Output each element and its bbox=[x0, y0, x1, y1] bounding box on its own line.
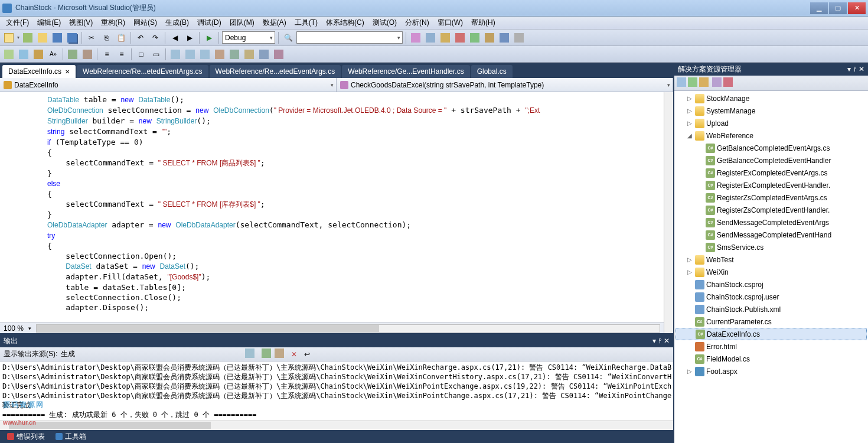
menu-item-3[interactable]: 重构(R) bbox=[97, 17, 129, 29]
save-all-button[interactable] bbox=[66, 31, 79, 44]
find-combo[interactable] bbox=[296, 31, 403, 44]
t2-10[interactable]: ▭ bbox=[149, 48, 162, 61]
t2-18[interactable] bbox=[272, 48, 285, 61]
tree-item-9[interactable]: RegisterZsCompletedEventHandler. bbox=[676, 204, 867, 216]
tree-item-12[interactable]: SmsService.cs bbox=[676, 241, 867, 253]
sol-tb3[interactable] bbox=[699, 77, 709, 89]
tree-item-2[interactable]: ▷Upload bbox=[676, 117, 867, 129]
out-tb1[interactable] bbox=[245, 348, 254, 360]
t2-15[interactable] bbox=[228, 48, 241, 61]
out-tb3[interactable] bbox=[275, 348, 284, 360]
tree-item-15[interactable]: ChainStock.csproj bbox=[676, 278, 867, 291]
indent-button[interactable]: ≡ bbox=[100, 48, 113, 61]
add-item-button[interactable] bbox=[21, 31, 34, 44]
menu-item-8[interactable]: 数据(A) bbox=[259, 17, 290, 29]
tree-item-5[interactable]: GetBalanceCompletedEventHandler bbox=[676, 154, 867, 167]
tree-item-10[interactable]: SendMessageCompletedEventArgs bbox=[676, 216, 867, 229]
tree-item-11[interactable]: SendMessageCompletedEventHand bbox=[676, 229, 867, 241]
solution-tree[interactable]: ▷StockManage▷SystemManage▷Upload◢WebRefe… bbox=[674, 91, 868, 443]
t2-13[interactable] bbox=[198, 48, 211, 61]
menu-item-6[interactable]: 调试(D) bbox=[194, 17, 225, 29]
sol-tb4[interactable] bbox=[712, 77, 722, 89]
tb-g[interactable] bbox=[498, 31, 511, 44]
tree-item-19[interactable]: DataExcelInfo.cs bbox=[676, 328, 867, 340]
tree-item-3[interactable]: ◢WebReference bbox=[676, 129, 867, 142]
sol-tb1[interactable] bbox=[677, 77, 686, 89]
tree-item-21[interactable]: FieldModel.cs bbox=[676, 353, 867, 365]
t2-4[interactable]: A» bbox=[47, 48, 60, 61]
t2-3[interactable] bbox=[32, 48, 45, 61]
maximize-button[interactable]: ▢ bbox=[829, 2, 847, 14]
tb-b[interactable] bbox=[424, 31, 437, 44]
tree-item-7[interactable]: RegisterExCompletedEventHandler. bbox=[676, 179, 867, 191]
open-button[interactable] bbox=[36, 31, 49, 44]
tree-item-1[interactable]: ▷SystemManage bbox=[676, 105, 867, 117]
uncomment-button[interactable] bbox=[81, 48, 94, 61]
out-wrap-button[interactable]: ↩ bbox=[304, 350, 310, 359]
minimize-button[interactable]: ▁ bbox=[810, 2, 828, 14]
tree-item-16[interactable]: ChainStock.csproj.user bbox=[676, 291, 867, 303]
tree-item-8[interactable]: RegisterZsCompletedEventArgs.cs bbox=[676, 191, 867, 204]
expand-icon[interactable]: ▷ bbox=[686, 95, 693, 102]
tb-e[interactable] bbox=[468, 31, 481, 44]
sol-tb5[interactable] bbox=[723, 77, 733, 89]
bottom-tab-0[interactable]: 错误列表 bbox=[2, 431, 50, 443]
tree-item-18[interactable]: CurrentParameter.cs bbox=[676, 315, 867, 328]
tree-item-0[interactable]: ▷StockManage bbox=[676, 92, 867, 105]
paste-button[interactable]: 📋 bbox=[115, 31, 128, 44]
tb-d[interactable] bbox=[453, 31, 466, 44]
t2-16[interactable] bbox=[243, 48, 256, 61]
output-pin-icon[interactable]: ▾ ⫯ ✕ bbox=[652, 337, 670, 345]
menu-item-5[interactable]: 生成(B) bbox=[162, 17, 192, 29]
find-button[interactable]: 🔍 bbox=[282, 31, 295, 44]
menu-item-1[interactable]: 编辑(E) bbox=[34, 17, 64, 29]
tree-item-14[interactable]: ▷WeiXin bbox=[676, 266, 867, 278]
cut-button[interactable]: ✂ bbox=[85, 31, 98, 44]
menu-item-4[interactable]: 网站(S) bbox=[130, 17, 161, 29]
editor-tab-2[interactable]: WebReference/Re...etedEventArgs.cs bbox=[210, 65, 341, 78]
menu-item-12[interactable]: 分析(N) bbox=[402, 17, 433, 29]
tb-h[interactable] bbox=[513, 31, 526, 44]
expand-icon[interactable]: ▷ bbox=[686, 256, 693, 263]
close-button[interactable]: ✕ bbox=[848, 2, 866, 14]
tree-item-4[interactable]: GetBalanceCompletedEventArgs.cs bbox=[676, 142, 867, 154]
t2-9[interactable]: □ bbox=[135, 48, 148, 61]
redo-button[interactable]: ↷ bbox=[149, 31, 162, 44]
out-clear-button[interactable]: ✕ bbox=[291, 350, 297, 359]
bottom-tab-1[interactable]: 工具箱 bbox=[51, 431, 91, 443]
t2-14[interactable] bbox=[213, 48, 226, 61]
t2-11[interactable] bbox=[169, 48, 182, 61]
save-button[interactable] bbox=[51, 31, 64, 44]
expand-icon[interactable]: ◢ bbox=[686, 132, 693, 139]
tree-item-6[interactable]: RegisterExCompletedEventArgs.cs bbox=[676, 167, 867, 179]
editor-tab-4[interactable]: Global.cs bbox=[471, 65, 513, 78]
editor-tab-1[interactable]: WebReference/Re...etedEventArgs.cs bbox=[77, 65, 208, 78]
t2-2[interactable] bbox=[17, 48, 30, 61]
t2-1[interactable] bbox=[2, 48, 15, 61]
menu-item-9[interactable]: 工具(T) bbox=[291, 17, 321, 29]
t2-17[interactable] bbox=[257, 48, 270, 61]
expand-icon[interactable]: ▷ bbox=[686, 368, 693, 374]
t2-12[interactable] bbox=[184, 48, 197, 61]
output-hscroll[interactable] bbox=[0, 421, 673, 430]
menu-item-0[interactable]: 文件(F) bbox=[2, 17, 32, 29]
tb-f[interactable] bbox=[483, 31, 496, 44]
undo-button[interactable]: ↶ bbox=[134, 31, 147, 44]
tab-close-icon[interactable]: ✕ bbox=[65, 69, 70, 75]
class-dropdown[interactable]: DataExcelInfo bbox=[0, 78, 337, 92]
expand-icon[interactable]: ▷ bbox=[686, 108, 693, 114]
output-text[interactable]: D:\Users\Administrator\Desktop\商家联盟会员消费系… bbox=[0, 361, 673, 421]
expand-icon[interactable]: ▷ bbox=[686, 269, 693, 275]
zoom-level[interactable]: 100 % bbox=[4, 324, 24, 333]
tree-item-22[interactable]: ▷Foot.aspx bbox=[676, 365, 867, 377]
tree-item-13[interactable]: ▷WebTest bbox=[676, 253, 867, 266]
nav-back-button[interactable]: ◀ bbox=[168, 31, 181, 44]
menu-item-2[interactable]: 视图(V) bbox=[66, 17, 96, 29]
tb-a[interactable] bbox=[409, 31, 422, 44]
tb-c[interactable] bbox=[439, 31, 452, 44]
tree-item-20[interactable]: Error.html bbox=[676, 340, 867, 353]
config-combo[interactable]: Debug bbox=[222, 31, 275, 44]
menu-item-7[interactable]: 团队(M) bbox=[226, 17, 258, 29]
editor-tab-3[interactable]: WebReference/Ge...EventHandler.cs bbox=[342, 65, 470, 78]
menu-item-11[interactable]: 测试(O) bbox=[369, 17, 400, 29]
